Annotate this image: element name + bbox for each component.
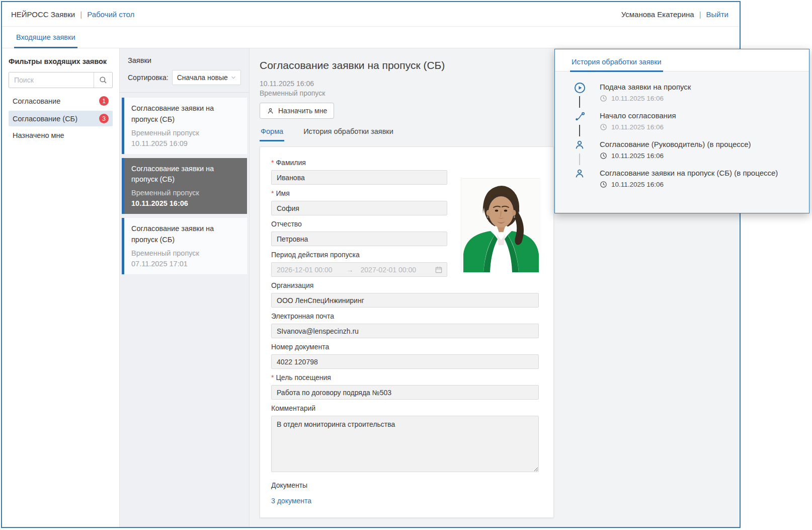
- requests-list-column: Заявки Сортировка: Сначала новые: [119, 48, 250, 527]
- timeline-event-title: Начало согласования: [600, 110, 799, 120]
- arrow-right-icon: →: [347, 266, 354, 274]
- list-item-date: 10.11.2025 16:09: [131, 139, 240, 147]
- list-item[interactable]: Согласование заявки на пропуск (СБ) Врем…: [122, 218, 247, 274]
- timeline-event-time: 10.11.2025 16:06: [611, 181, 664, 188]
- field-label-purpose: *Цель посещения: [271, 373, 542, 382]
- timeline-event-time-row: 10.11.2025 16:06: [600, 152, 799, 160]
- count-badge: 3: [99, 114, 109, 123]
- label-text: Фамилия: [276, 159, 305, 167]
- email-field: SIvanova@lenspecinzh.ru: [271, 324, 539, 338]
- list-header: Заявки Сортировка: Сначала новые: [120, 48, 249, 93]
- flow-branch-icon: [574, 110, 586, 122]
- timeline-connector: [579, 154, 580, 165]
- period-start-value: 2026-12-01 00:00: [277, 266, 333, 274]
- history-panel-tab[interactable]: История обработки заявки: [570, 58, 663, 72]
- period-end-value: 2027-02-01 00:00: [361, 266, 417, 274]
- assign-to-me-button[interactable]: Назначить мне: [260, 103, 334, 119]
- timeline-event-time: 10.11.2025 16:06: [611, 95, 664, 102]
- timeline-event: Согласование заявки на пропуск (СБ) (в п…: [574, 168, 799, 196]
- doc-number-field: 4022 120798: [271, 354, 539, 369]
- clock-icon: [600, 123, 607, 131]
- required-icon: *: [271, 189, 274, 197]
- history-panel-header: История обработки заявки: [555, 49, 809, 71]
- filter-item-label: Согласование: [13, 97, 60, 105]
- sort-selected-value: Сначала новые: [177, 73, 228, 82]
- person-icon: [574, 139, 586, 151]
- filter-item-soglasovanie-sb[interactable]: Согласование (СБ) 3: [9, 111, 113, 126]
- documents-link[interactable]: 3 документа: [271, 497, 311, 505]
- person-icon: [267, 107, 274, 115]
- tab-form[interactable]: Форма: [260, 127, 284, 141]
- organization-field: ООО ЛенСпецИнжиниринг: [271, 293, 539, 308]
- logout-link[interactable]: Выйти: [706, 10, 728, 19]
- timeline-connector: [579, 125, 580, 136]
- count-badge: 1: [99, 96, 109, 106]
- search-box: [9, 72, 113, 88]
- required-icon: *: [271, 159, 274, 167]
- sort-select[interactable]: Сначала новые: [172, 70, 241, 85]
- header-separator: |: [80, 10, 82, 19]
- header-separator: |: [699, 10, 701, 19]
- tab-history[interactable]: История обработки заявки: [302, 127, 394, 141]
- lastname-field: Иванова: [271, 170, 447, 185]
- app-header: НЕЙРОСС Заявки | Рабочий стол Усманова Е…: [2, 2, 740, 27]
- documents-label: Документы: [271, 481, 542, 489]
- filter-item-label: Назначено мне: [13, 131, 64, 139]
- timeline-event: Начало согласования 10.11.2025 16:06: [574, 110, 799, 139]
- list-item-title: Согласование заявки на пропуск (СБ): [131, 223, 240, 246]
- timeline-event-time: 10.11.2025 16:06: [611, 152, 664, 160]
- middlename-field: Петровна: [271, 232, 447, 246]
- timeline-event-title: Согласование (Руководитель) (в процессе): [600, 139, 799, 148]
- timeline-event-time: 10.11.2025 16:06: [611, 123, 664, 131]
- search-button[interactable]: [94, 72, 112, 88]
- person-icon: [574, 168, 586, 180]
- tab-incoming-requests[interactable]: Входящие заявки: [14, 33, 77, 48]
- header-left: НЕЙРОСС Заявки | Рабочий стол: [11, 10, 134, 19]
- timeline-event: Подача заявки на пропуск 10.11.2025 16:0…: [574, 82, 799, 110]
- calendar-icon: [435, 266, 443, 274]
- clock-icon: [600, 95, 607, 102]
- list-title: Заявки: [128, 56, 241, 64]
- timeline-event-time-row: 10.11.2025 16:06: [600, 123, 799, 131]
- chevron-down-icon: [230, 74, 237, 81]
- timeline-event-time-row: 10.11.2025 16:06: [600, 95, 799, 102]
- field-label-email: Электронная почта: [271, 312, 542, 320]
- timeline-event-title: Подача заявки на пропуск: [600, 82, 799, 91]
- field-label-comment: Комментарий: [271, 404, 542, 412]
- form-card: *Фамилия Иванова *Имя София Отчество Пет…: [260, 146, 554, 518]
- period-field: 2026-12-01 00:00 → 2027-02-01 00:00: [271, 262, 447, 277]
- label-text: Имя: [276, 189, 289, 197]
- clock-icon: [600, 152, 607, 160]
- filter-item-assigned-to-me[interactable]: Назначено мне: [9, 128, 113, 142]
- timeline-event-title: Согласование заявки на пропуск (СБ) (в п…: [600, 168, 799, 177]
- applicant-photo: [461, 178, 540, 272]
- list-item-pass-type: Временный пропуск: [131, 129, 240, 137]
- sort-label: Сортировка:: [128, 73, 169, 82]
- filters-sidebar: Фильтры входящих заявок Согласование 1: [2, 48, 119, 527]
- search-input[interactable]: [9, 72, 94, 88]
- filter-list: Согласование 1 Согласование (СБ) 3 Назна…: [9, 93, 113, 142]
- purpose-field: Работа по договору подряда №503: [271, 385, 539, 400]
- top-tab-strip: Входящие заявки: [2, 27, 740, 48]
- list-item[interactable]: Согласование заявки на пропуск (СБ) Врем…: [122, 98, 247, 154]
- field-label-lastname: *Фамилия: [271, 159, 542, 167]
- workspace-link[interactable]: Рабочий стол: [87, 10, 134, 19]
- history-panel: История обработки заявки Подача заявки н…: [554, 49, 809, 213]
- filter-item-soglasovanie[interactable]: Согласование 1: [9, 93, 113, 109]
- filters-title: Фильтры входящих заявок: [9, 57, 113, 65]
- sort-row: Сортировка: Сначала новые: [128, 70, 241, 85]
- list-item-date: 10.11.2025 16:06: [131, 199, 240, 207]
- field-label-doc-number: Номер документа: [271, 343, 542, 351]
- history-timeline: Подача заявки на пропуск 10.11.2025 16:0…: [555, 71, 809, 196]
- list-item-selected[interactable]: Согласование заявки на пропуск (СБ) Врем…: [122, 158, 247, 214]
- request-list: Согласование заявки на пропуск (СБ) Врем…: [120, 93, 249, 283]
- timeline-connector: [579, 96, 580, 108]
- search-icon: [99, 75, 108, 85]
- label-text: Цель посещения: [276, 373, 331, 382]
- required-icon: *: [271, 373, 274, 382]
- comment-textarea[interactable]: [271, 416, 539, 472]
- timeline-event: Согласование (Руководитель) (в процессе)…: [574, 139, 799, 168]
- timeline-event-time-row: 10.11.2025 16:06: [600, 181, 799, 188]
- brand-title: НЕЙРОСС Заявки: [11, 10, 75, 19]
- firstname-field: София: [271, 201, 447, 215]
